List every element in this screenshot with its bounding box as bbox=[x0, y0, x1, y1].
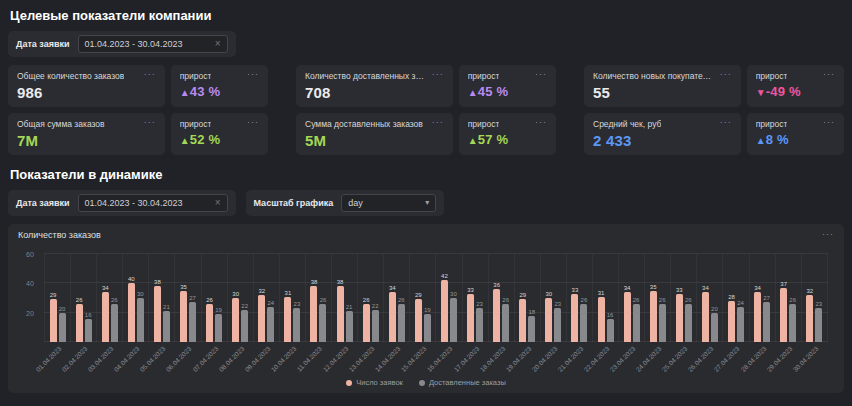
delivered-orders-bar[interactable] bbox=[267, 307, 274, 342]
requests-bar[interactable] bbox=[206, 304, 213, 342]
more-icon[interactable]: ··· bbox=[535, 119, 547, 126]
requests-bar[interactable] bbox=[702, 292, 709, 342]
requests-bar[interactable] bbox=[284, 297, 291, 342]
requests-bar[interactable] bbox=[676, 294, 683, 342]
delivered-orders-bar[interactable] bbox=[85, 319, 92, 342]
bar-value-label: 42 bbox=[441, 273, 448, 279]
delivered-orders-bar[interactable] bbox=[502, 304, 509, 342]
delivered-orders-bar[interactable] bbox=[476, 308, 483, 342]
delivered-orders-bar[interactable] bbox=[659, 304, 666, 342]
requests-bar[interactable] bbox=[232, 298, 239, 342]
delivered-orders-bar[interactable] bbox=[189, 302, 196, 342]
growth-value: ▲43 % bbox=[180, 84, 259, 99]
requests-bar[interactable] bbox=[467, 294, 474, 342]
requests-bar[interactable] bbox=[598, 297, 605, 342]
delivered-orders-bar[interactable] bbox=[450, 298, 457, 342]
requests-bar[interactable] bbox=[754, 292, 761, 342]
delivered-orders-bar[interactable] bbox=[789, 304, 796, 342]
delivered-orders-bar[interactable] bbox=[685, 304, 692, 342]
requests-bar[interactable] bbox=[363, 304, 370, 342]
delivered-orders-bar[interactable] bbox=[293, 308, 300, 342]
delivered-orders-bar[interactable] bbox=[137, 298, 144, 342]
growth-card: прирост ··· ▲45 % bbox=[459, 65, 556, 107]
requests-bar[interactable] bbox=[415, 299, 422, 342]
bar-wrap: 40 bbox=[127, 254, 135, 342]
requests-bar[interactable] bbox=[50, 299, 57, 342]
delivered-orders-bar[interactable] bbox=[346, 311, 353, 342]
more-icon[interactable]: ··· bbox=[823, 119, 835, 126]
delivered-orders-bar[interactable] bbox=[163, 311, 170, 342]
requests-bar[interactable] bbox=[519, 299, 526, 342]
more-icon[interactable]: ··· bbox=[247, 119, 259, 126]
delivered-orders-bar[interactable] bbox=[319, 304, 326, 342]
scale-select[interactable]: day ▾ bbox=[341, 194, 436, 212]
x-axis-label: 25.04.2023 bbox=[661, 345, 689, 373]
more-icon[interactable]: ··· bbox=[432, 119, 444, 126]
more-icon[interactable]: ··· bbox=[720, 71, 732, 78]
requests-bar[interactable] bbox=[180, 291, 187, 342]
kpi-card-delivered-orders: Количество доставленных заказов ··· 708 bbox=[296, 65, 453, 107]
more-icon[interactable]: ··· bbox=[823, 71, 835, 78]
delivered-orders-bar[interactable] bbox=[607, 319, 614, 342]
delivered-orders-bar[interactable] bbox=[763, 302, 770, 342]
clear-icon[interactable]: × bbox=[215, 39, 221, 49]
kpi-value: 7M bbox=[17, 132, 156, 149]
delivered-orders-bar[interactable] bbox=[372, 310, 379, 342]
delivered-orders-bar[interactable] bbox=[241, 310, 248, 342]
growth-value: ▲52 % bbox=[180, 132, 259, 147]
requests-bar[interactable] bbox=[154, 286, 161, 342]
delivered-orders-bar[interactable] bbox=[424, 314, 431, 342]
requests-bar[interactable] bbox=[650, 291, 657, 342]
delivered-orders-bar[interactable] bbox=[633, 304, 640, 342]
requests-bar[interactable] bbox=[545, 298, 552, 342]
more-icon[interactable]: ··· bbox=[432, 71, 444, 78]
delivered-orders-bar[interactable] bbox=[554, 308, 561, 342]
requests-bar[interactable] bbox=[128, 283, 135, 342]
delivered-orders-bar[interactable] bbox=[528, 316, 535, 342]
date-filter-input[interactable]: 01.04.2023 - 30.04.2023 × bbox=[78, 194, 228, 212]
delivered-orders-bar[interactable] bbox=[580, 304, 587, 342]
requests-bar[interactable] bbox=[337, 286, 344, 342]
more-icon[interactable]: ··· bbox=[720, 119, 732, 126]
bar-value-label: 19 bbox=[424, 307, 431, 313]
delivered-orders-bar[interactable] bbox=[215, 314, 222, 342]
requests-bar[interactable] bbox=[441, 280, 448, 342]
more-icon[interactable]: ··· bbox=[822, 231, 834, 238]
delivered-orders-bar[interactable] bbox=[59, 313, 66, 342]
legend-item-requests[interactable]: Число заявок bbox=[346, 378, 403, 387]
requests-bar[interactable] bbox=[806, 295, 813, 342]
chevron-down-icon: ▾ bbox=[425, 199, 429, 207]
delivered-orders-bar[interactable] bbox=[711, 313, 718, 342]
more-icon[interactable]: ··· bbox=[535, 71, 547, 78]
x-axis-label: 23.04.2023 bbox=[609, 345, 637, 373]
requests-bar[interactable] bbox=[780, 288, 787, 342]
delivered-orders-bar[interactable] bbox=[111, 304, 118, 342]
requests-bar[interactable] bbox=[310, 286, 317, 342]
clear-icon[interactable]: × bbox=[215, 198, 221, 208]
delivered-orders-bar[interactable] bbox=[398, 304, 405, 342]
requests-bar[interactable] bbox=[493, 289, 500, 342]
more-icon[interactable]: ··· bbox=[247, 71, 259, 78]
x-axis-label: 15.04.2023 bbox=[400, 345, 428, 373]
kpi-group-total-orders: Общее количество заказов ··· 986 прирост… bbox=[8, 65, 268, 107]
date-filter-input[interactable]: 01.04.2023 - 30.04.2023 × bbox=[78, 35, 228, 53]
requests-bar[interactable] bbox=[389, 292, 396, 342]
requests-bar[interactable] bbox=[258, 295, 265, 342]
trend-arrow-icon: ▲ bbox=[756, 135, 766, 146]
legend-item-delivered[interactable]: Доставленные заказы bbox=[419, 378, 506, 387]
more-icon[interactable]: ··· bbox=[144, 119, 156, 126]
bar-value-label: 24 bbox=[267, 300, 274, 306]
requests-bar[interactable] bbox=[571, 294, 578, 342]
requests-bar[interactable] bbox=[76, 304, 83, 342]
bar-value-label: 21 bbox=[346, 304, 353, 310]
x-axis-label: 27.04.2023 bbox=[713, 345, 741, 373]
requests-bar[interactable] bbox=[624, 292, 631, 342]
kpi-group-avg-check: Средний чек, руб ··· 2 433 прирост ··· ▲… bbox=[584, 113, 844, 155]
delivered-orders-bar[interactable] bbox=[737, 307, 744, 342]
more-icon[interactable]: ··· bbox=[144, 71, 156, 78]
requests-bar[interactable] bbox=[102, 292, 109, 342]
requests-bar[interactable] bbox=[728, 301, 735, 342]
bar-value-label: 31 bbox=[285, 290, 292, 296]
delivered-orders-bar[interactable] bbox=[815, 308, 822, 342]
bar-value-label: 16 bbox=[85, 312, 92, 318]
